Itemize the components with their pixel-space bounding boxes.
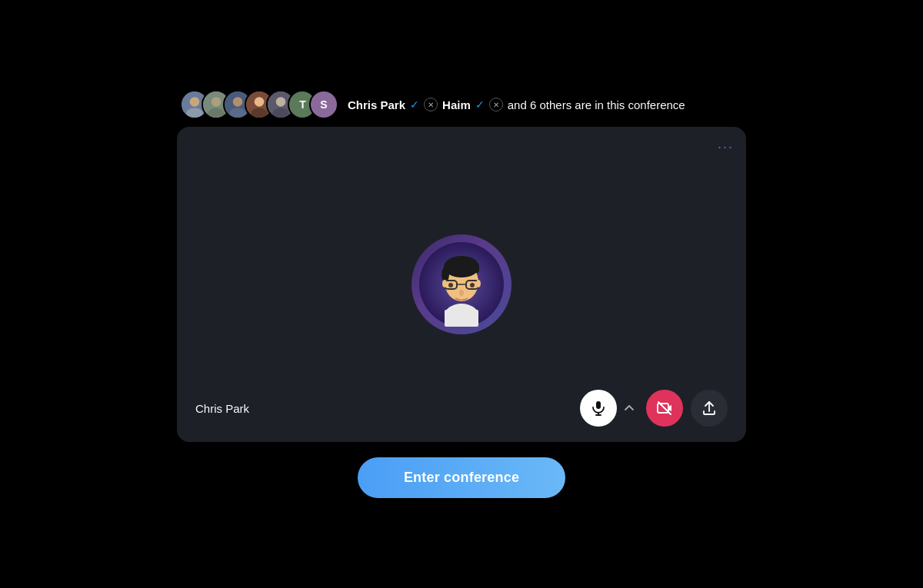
avatar-S: S bbox=[309, 90, 338, 119]
person2-verified-icon: ✓ bbox=[475, 98, 485, 111]
person1-remove-button[interactable]: ✕ bbox=[424, 98, 438, 111]
svg-rect-32 bbox=[596, 401, 601, 409]
svg-point-13 bbox=[276, 97, 286, 107]
svg-rect-20 bbox=[444, 265, 479, 273]
video-area: ··· bbox=[177, 127, 746, 442]
svg-rect-17 bbox=[445, 310, 478, 327]
conference-header: T S Chris Park ✓ ✕ Haim ✓ ✕ and 6 others… bbox=[177, 90, 746, 119]
person2-remove-button[interactable]: ✕ bbox=[489, 98, 503, 111]
camera-off-button[interactable] bbox=[646, 390, 683, 427]
mic-group bbox=[580, 390, 638, 427]
user-name-label: Chris Park bbox=[195, 402, 249, 415]
svg-point-4 bbox=[212, 97, 222, 107]
person2-name: Haim bbox=[442, 98, 471, 111]
share-button[interactable] bbox=[691, 390, 728, 427]
more-options-button[interactable]: ··· bbox=[718, 139, 734, 155]
user-avatar-large bbox=[412, 234, 511, 334]
svg-point-5 bbox=[208, 108, 224, 118]
controls bbox=[580, 390, 728, 427]
svg-point-7 bbox=[233, 97, 243, 107]
header-text: Chris Park ✓ ✕ Haim ✓ ✕ and 6 others are… bbox=[348, 98, 685, 111]
svg-point-2 bbox=[186, 108, 202, 118]
svg-point-31 bbox=[476, 280, 481, 287]
svg-point-29 bbox=[459, 290, 464, 296]
mic-options-button[interactable] bbox=[620, 399, 638, 417]
mic-button[interactable] bbox=[580, 390, 617, 427]
svg-point-1 bbox=[190, 97, 200, 107]
avatar-stack: T S bbox=[180, 90, 338, 119]
conference-container: T S Chris Park ✓ ✕ Haim ✓ ✕ and 6 others… bbox=[177, 90, 746, 498]
svg-point-10 bbox=[255, 97, 265, 107]
person1-verified-icon: ✓ bbox=[410, 98, 419, 111]
svg-point-8 bbox=[229, 108, 245, 118]
svg-point-11 bbox=[251, 108, 267, 118]
svg-point-14 bbox=[272, 108, 288, 118]
svg-point-27 bbox=[448, 283, 453, 287]
others-text: and 6 others are in this conference bbox=[508, 98, 685, 111]
bottom-bar: Chris Park bbox=[177, 390, 746, 427]
svg-point-30 bbox=[442, 280, 447, 287]
enter-conference-button[interactable]: Enter conference bbox=[358, 457, 565, 498]
svg-point-28 bbox=[470, 283, 475, 287]
person1-name: Chris Park bbox=[348, 98, 405, 111]
